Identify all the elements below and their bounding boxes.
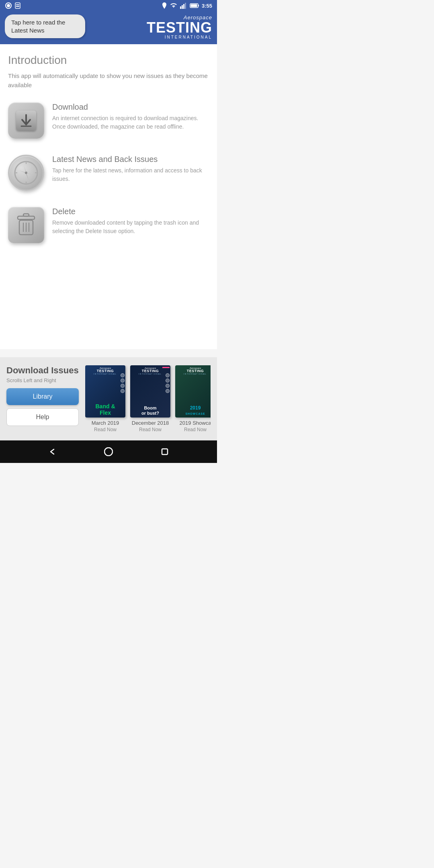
feature-download: Download An internet connection is requi…	[8, 102, 209, 139]
svg-marker-16	[26, 173, 29, 180]
download-issues-title: Download Issues	[6, 365, 79, 376]
news-bubble[interactable]: Tap here to read the Latest News	[5, 14, 85, 38]
magazine-item-2[interactable]: Aerospace TESTING INTERNATIONAL 2019SHOW…	[175, 365, 211, 432]
wifi-icon	[170, 2, 178, 9]
spacer	[0, 269, 217, 349]
news-description: Tap here for the latest news, informatio…	[52, 166, 209, 183]
compass-icon	[8, 155, 44, 191]
delete-description: Remove downloaded content by tapping the…	[52, 219, 209, 235]
delete-title: Delete	[52, 207, 209, 216]
svg-rect-11	[190, 4, 197, 7]
circle-icon	[5, 2, 12, 9]
location-icon	[162, 2, 167, 9]
status-left-icons	[5, 2, 21, 9]
delete-feature-text: Delete Remove downloaded content by tapp…	[52, 207, 209, 235]
recent-apps-button[interactable]	[157, 444, 173, 460]
news-feature-text: Latest News and Back Issues Tap here for…	[52, 155, 209, 183]
download-icon	[8, 102, 44, 139]
svg-rect-7	[183, 4, 184, 9]
feature-news: Latest News and Back Issues Tap here for…	[8, 155, 209, 191]
magazine-action-1: Read Now	[130, 427, 170, 432]
compass-svg	[14, 161, 38, 185]
intro-title: Introduction	[8, 54, 209, 67]
svg-rect-10	[198, 5, 199, 6]
svg-marker-15	[24, 166, 26, 173]
logo-bottom-text: INTERNATIONAL	[165, 35, 212, 39]
svg-rect-4	[16, 6, 19, 7]
magazines-scroll: Aerospace TESTING INTERNATIONAL Band &Fl…	[85, 365, 211, 432]
svg-rect-24	[18, 216, 35, 219]
trash-icon	[8, 207, 44, 243]
magazine-cover-1: Aerospace TESTING INTERNATIONAL Boomor b…	[130, 365, 170, 418]
svg-point-1	[7, 4, 10, 7]
signal-icon	[180, 2, 187, 9]
svg-rect-5	[180, 6, 181, 9]
bottom-header: Download Issues Scrolls Left and Right L…	[6, 365, 211, 432]
back-button[interactable]	[44, 444, 60, 460]
intro-description: This app will automatically update to sh…	[8, 72, 209, 90]
magazine-action-2: Read Now	[175, 427, 211, 432]
magazine-title-2: 2019 Showca	[175, 420, 211, 426]
logo: Aerospace TESTING INTERNATIONAL	[147, 14, 212, 39]
help-button[interactable]: Help	[6, 408, 79, 426]
download-title: Download	[52, 102, 209, 112]
magazine-cover-0: Aerospace TESTING INTERNATIONAL Band &Fl…	[85, 365, 125, 418]
status-bar: 3:55	[0, 0, 217, 11]
feature-delete: Delete Remove downloaded content by tapp…	[8, 207, 209, 243]
svg-point-29	[104, 448, 113, 456]
magazine-title-1: December 2018	[130, 420, 170, 426]
svg-rect-6	[182, 5, 183, 9]
trash-svg	[15, 213, 37, 237]
arrow-down-icon	[19, 113, 33, 128]
logo-main-text: TESTING	[147, 20, 212, 35]
scrolls-hint: Scrolls Left and Right	[6, 377, 79, 383]
magazine-item-1[interactable]: Aerospace TESTING INTERNATIONAL Boomor b…	[130, 365, 170, 432]
library-button[interactable]: Library	[6, 388, 79, 405]
navigation-bar	[0, 440, 217, 463]
download-description: An internet connection is required to do…	[52, 114, 209, 131]
magazine-cover-2: Aerospace TESTING INTERNATIONAL 2019SHOW…	[175, 365, 211, 418]
sim-icon	[14, 2, 21, 9]
battery-icon	[190, 3, 199, 8]
home-button[interactable]	[100, 444, 117, 460]
magazine-item-0[interactable]: Aerospace TESTING INTERNATIONAL Band &Fl…	[85, 365, 125, 432]
svg-marker-18	[19, 170, 26, 173]
status-time: 3:55	[202, 3, 212, 9]
header: Tap here to read the Latest News Aerospa…	[0, 11, 217, 44]
bottom-left-panel: Download Issues Scrolls Left and Right L…	[6, 365, 79, 426]
svg-rect-30	[162, 449, 168, 454]
download-feature-text: Download An internet connection is requi…	[52, 102, 209, 131]
magazine-action-0: Read Now	[85, 427, 125, 432]
status-right-icons: 3:55	[162, 2, 212, 9]
svg-marker-17	[26, 173, 33, 175]
svg-rect-2	[15, 3, 20, 8]
svg-rect-8	[185, 3, 186, 9]
magazine-title-0: March 2019	[85, 420, 125, 426]
news-title: Latest News and Back Issues	[52, 155, 209, 164]
main-content: Introduction This app will automatically…	[0, 44, 217, 269]
bottom-section: Download Issues Scrolls Left and Right L…	[0, 357, 217, 440]
svg-rect-3	[16, 4, 19, 5]
